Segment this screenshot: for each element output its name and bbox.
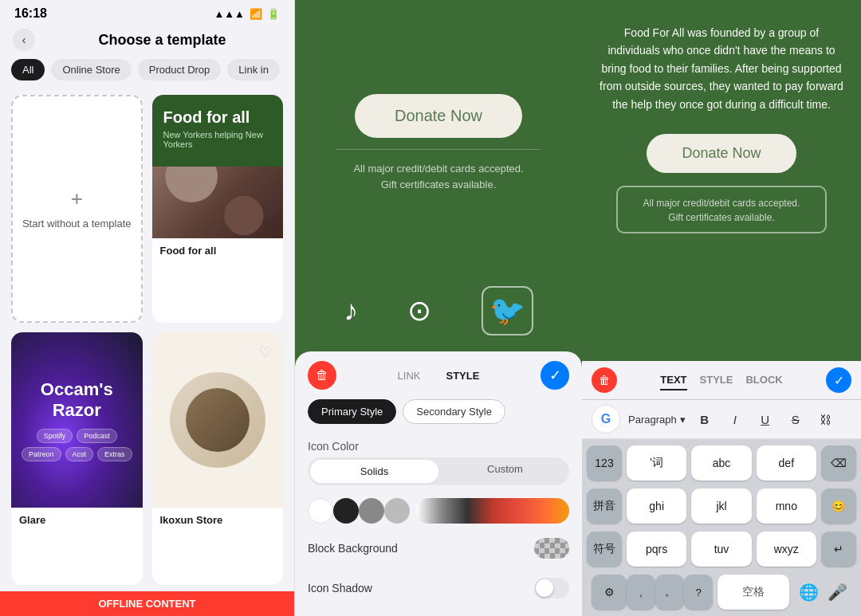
donate-button-right[interactable]: Donate Now bbox=[647, 134, 796, 173]
icon-shadow-row: Icon Shadow bbox=[295, 568, 582, 608]
filter-tab-online-store[interactable]: Online Store bbox=[51, 59, 131, 80]
backspace-key[interactable]: ⌫ bbox=[821, 445, 856, 481]
question-key[interactable]: ? bbox=[684, 575, 713, 610]
italic-button[interactable]: I bbox=[724, 408, 746, 430]
panel-title: Choose a template bbox=[43, 32, 281, 49]
primary-style-tab[interactable]: Primary Style bbox=[308, 399, 396, 424]
swatch-black[interactable] bbox=[333, 498, 359, 524]
color-gradient-bar[interactable] bbox=[416, 498, 569, 524]
blank-template[interactable]: + Start without a template bbox=[11, 95, 143, 323]
back-button[interactable]: ‹ bbox=[13, 29, 35, 51]
key-123[interactable]: 123 bbox=[587, 445, 622, 481]
comma-key[interactable]: , bbox=[627, 575, 655, 610]
globe-key[interactable]: 🌐 bbox=[794, 575, 823, 610]
bold-button[interactable]: B bbox=[694, 408, 716, 430]
signal-icon: ▲▲▲ bbox=[214, 8, 245, 20]
paragraph-label: Paragraph bbox=[628, 414, 677, 426]
google-button[interactable]: G bbox=[592, 405, 620, 434]
style-subtabs: Primary Style Secondary Style bbox=[295, 399, 582, 434]
gear-key[interactable]: ⚙ bbox=[592, 575, 627, 610]
key-pqrs[interactable]: pqrs bbox=[627, 532, 686, 567]
icon-color-toggle: Solids Custom bbox=[308, 457, 569, 485]
swatch-light-gray[interactable] bbox=[384, 498, 410, 524]
text-tab[interactable]: TEXT bbox=[660, 371, 686, 390]
food-label: Food for all bbox=[152, 238, 284, 263]
emoji-key[interactable]: 😊 bbox=[821, 488, 856, 524]
donate-button-preview[interactable]: Donate Now bbox=[355, 94, 522, 138]
glare-label: Glare bbox=[11, 508, 143, 532]
filter-tabs: All Online Store Product Drop Link in bbox=[0, 59, 294, 88]
preview-icons: ♪ ⊙ 🐦 bbox=[295, 270, 582, 351]
key-def[interactable]: def bbox=[757, 445, 816, 481]
template-glare[interactable]: Occam'sRazor Spotify Podcast Patreon Acs… bbox=[11, 332, 143, 585]
key-mno[interactable]: mno bbox=[757, 488, 816, 524]
swatch-gray[interactable] bbox=[359, 498, 384, 524]
twitter-icon[interactable]: 🐦 bbox=[482, 286, 533, 335]
block-background-toggle[interactable] bbox=[534, 538, 569, 559]
tiktok-icon[interactable]: ♪ bbox=[344, 294, 358, 328]
period-key[interactable]: 。 bbox=[655, 575, 684, 610]
glare-tag-3: Acst bbox=[65, 447, 94, 461]
key-pinyin[interactable]: 拼音 bbox=[587, 488, 622, 524]
block-background-label: Block Background bbox=[308, 542, 398, 555]
link-tab[interactable]: LINK bbox=[391, 367, 427, 385]
icon-shadow-toggle[interactable] bbox=[534, 578, 569, 598]
custom-option[interactable]: Custom bbox=[441, 457, 569, 485]
instagram-icon[interactable]: ⊙ bbox=[407, 294, 431, 328]
key-wxyz[interactable]: wxyz bbox=[757, 532, 816, 567]
templates-grid: + Start without a template Food for all … bbox=[0, 88, 294, 591]
template-ikoxun[interactable]: ♡ Ikoxun Store bbox=[152, 332, 284, 585]
key-ci[interactable]: '词 bbox=[627, 445, 686, 481]
key-abc[interactable]: abc bbox=[691, 445, 751, 481]
space-key[interactable]: 空格 bbox=[718, 575, 789, 610]
return-key[interactable]: ↵ bbox=[821, 532, 856, 567]
glare-tag-1: Podcast bbox=[77, 429, 117, 443]
key-ghi[interactable]: ghi bbox=[627, 488, 686, 524]
confirm-button[interactable]: ✓ bbox=[541, 361, 569, 390]
subtext-line1: All major credit/debit cards accepted. bbox=[353, 163, 523, 175]
block-tab[interactable]: BLOCK bbox=[745, 371, 782, 390]
style-kb-tab[interactable]: STYLE bbox=[700, 371, 733, 390]
filter-tab-all[interactable]: All bbox=[11, 59, 45, 80]
status-icons: ▲▲▲ 📶 🔋 bbox=[214, 8, 280, 20]
panel-preview: Donate Now All major credit/debit cards … bbox=[295, 0, 582, 616]
selected-text-box: All major credit/debit cards accepted. G… bbox=[616, 186, 827, 233]
keyboard-confirm-button[interactable]: ✓ bbox=[826, 367, 851, 393]
glare-title: Occam'sRazor bbox=[41, 379, 113, 421]
template-food-for-all[interactable]: Food for all New Yorkers helping New Yor… bbox=[152, 95, 284, 323]
swatch-white[interactable] bbox=[308, 498, 333, 524]
blank-template-label: Start without a template bbox=[22, 218, 132, 231]
status-bar: 16:18 ▲▲▲ 📶 🔋 bbox=[0, 0, 294, 24]
wifi-icon: 📶 bbox=[250, 8, 262, 20]
keyboard-bottom-row: ⚙ , 。 ? 空格 🌐 🎤 bbox=[587, 575, 856, 610]
key-tuv[interactable]: tuv bbox=[691, 532, 751, 567]
glare-tag-0: Spotify bbox=[37, 429, 73, 443]
filter-tab-product-drop[interactable]: Product Drop bbox=[138, 59, 222, 80]
key-fuho[interactable]: 符号 bbox=[587, 532, 622, 567]
secondary-style-tab[interactable]: Secondary Style bbox=[403, 399, 505, 424]
keyboard-toolbar: 🗑 TEXT STYLE BLOCK ✓ bbox=[582, 361, 861, 400]
style-tab[interactable]: STYLE bbox=[440, 367, 486, 385]
style-panel-tabs: LINK STYLE bbox=[344, 367, 533, 385]
underline-button[interactable]: U bbox=[754, 408, 776, 430]
food-photo bbox=[152, 167, 284, 238]
ikoxun-inner bbox=[186, 388, 250, 452]
mic-key[interactable]: 🎤 bbox=[823, 578, 851, 606]
style-panel: 🗑 LINK STYLE ✓ Primary Style Secondary S… bbox=[295, 351, 582, 616]
key-jkl[interactable]: jkl bbox=[691, 488, 751, 524]
delete-element-button[interactable]: 🗑 bbox=[308, 361, 336, 390]
strikethrough-button[interactable]: S bbox=[784, 408, 807, 430]
filter-tab-link-in[interactable]: Link in bbox=[227, 59, 280, 80]
preview-top: Donate Now All major credit/debit cards … bbox=[295, 0, 582, 270]
keyboard-delete-button[interactable]: 🗑 bbox=[592, 367, 617, 393]
link-button[interactable]: ⛓ bbox=[815, 408, 837, 430]
block-background-row: Block Background bbox=[295, 528, 582, 568]
paragraph-select[interactable]: Paragraph ▾ bbox=[628, 414, 686, 426]
trash-icon-kb: 🗑 bbox=[599, 374, 610, 386]
solids-option[interactable]: Solids bbox=[310, 460, 438, 483]
subtext-line2: Gift certificates available. bbox=[381, 179, 497, 190]
right-subtext-2: Gift certificates available. bbox=[668, 212, 774, 223]
glare-tag-4: Extras bbox=[97, 447, 132, 461]
checkmark-icon: ✓ bbox=[549, 367, 561, 384]
paragraph-chevron: ▾ bbox=[680, 414, 686, 426]
